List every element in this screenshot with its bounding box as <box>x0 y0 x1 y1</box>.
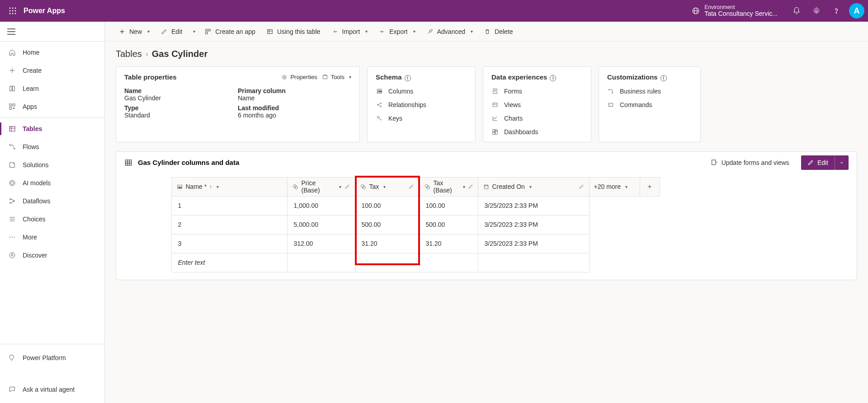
cell-price[interactable]: 312.00 <box>287 234 355 253</box>
cell-name[interactable]: 2 <box>171 215 287 234</box>
properties-link[interactable]: Properties <box>281 74 317 80</box>
info-icon[interactable]: i <box>660 75 667 81</box>
card-title: Data experiences <box>491 73 547 81</box>
cmd-delete[interactable]: Delete <box>479 24 517 39</box>
cust-business-rules[interactable]: Business rules <box>607 88 692 95</box>
svg-point-70 <box>609 89 609 90</box>
schema-columns[interactable]: AbcColumns <box>376 88 467 95</box>
data-dashboards[interactable]: Dashboards <box>491 128 583 136</box>
cell-name[interactable]: 1 <box>171 196 287 215</box>
sidebar-item-solutions[interactable]: Solutions <box>0 156 104 174</box>
svg-point-3 <box>9 10 11 12</box>
col-header-name[interactable]: AbcName *↑▾ <box>171 177 287 196</box>
data-charts[interactable]: Charts <box>491 115 583 122</box>
cell-price[interactable]: 5,000.00 <box>287 215 355 234</box>
col-header-more[interactable]: +20 more▾ <box>589 177 640 196</box>
cust-commands[interactable]: Commands <box>607 101 692 108</box>
cell-created[interactable]: 3/25/2023 2:33 PM <box>478 234 589 253</box>
sidebar-item-ask-agent[interactable]: Ask a virtual agent <box>0 380 104 398</box>
col-header-tax[interactable]: Tax▾ <box>355 177 419 196</box>
breadcrumb-parent[interactable]: Tables <box>116 49 142 59</box>
sidebar-item-flows[interactable]: Flows <box>0 138 104 156</box>
cmd-using-table[interactable]: Using this table <box>262 24 325 39</box>
sidebar-item-tables[interactable]: Tables <box>0 120 104 138</box>
cell-created[interactable]: 3/25/2023 2:33 PM <box>478 215 589 234</box>
cell-taxbase[interactable]: 500.00 <box>419 215 478 234</box>
cell-tax[interactable]: 500.00 <box>355 215 419 234</box>
prop-primary-label: Primary column <box>238 87 351 94</box>
new-row[interactable]: Enter text <box>122 253 660 272</box>
add-column-button[interactable] <box>640 177 660 196</box>
sidebar-item-choices[interactable]: Choices <box>0 210 104 228</box>
nav-toggle[interactable] <box>0 22 104 42</box>
cmd-edit-dropdown[interactable]: ▾ <box>189 24 198 39</box>
cell-name[interactable]: 3 <box>171 234 287 253</box>
data-grid: AbcName *↑▾ Price (Base)▾ Tax▾ Tax (Base… <box>122 177 660 272</box>
update-forms-views-link[interactable]: Update forms and views <box>711 159 789 166</box>
chat-icon <box>8 385 16 394</box>
cmd-create-app[interactable]: Create an app <box>200 24 260 39</box>
flows-icon <box>8 143 16 151</box>
sidebar-label: More <box>23 234 37 241</box>
sidebar-item-ai-models[interactable]: AI models <box>0 174 104 192</box>
notifications-icon[interactable] <box>787 1 807 21</box>
data-views[interactable]: Views <box>491 101 583 108</box>
svg-point-1 <box>12 8 14 9</box>
info-icon[interactable]: i <box>405 75 411 81</box>
sidebar-item-create[interactable]: Create <box>0 61 104 80</box>
currency-icon <box>424 183 431 190</box>
table-row[interactable]: 3 312.00 31.20 31.20 3/25/2023 2:33 PM <box>122 234 660 253</box>
environment-name: Tata Consultancy Servic... <box>704 10 778 17</box>
cell-taxbase[interactable]: 100.00 <box>419 196 478 215</box>
chevron-down-icon: ▾ <box>339 184 341 189</box>
plus-icon <box>8 66 16 75</box>
sort-asc-icon: ↑ <box>209 184 212 189</box>
prop-name-value: Gas Cylinder <box>124 94 238 102</box>
cmd-new[interactable]: New▾ <box>114 24 154 39</box>
schema-keys[interactable]: Keys <box>376 115 467 122</box>
col-header-taxbase[interactable]: Tax (Base)▾ <box>419 177 478 196</box>
cell-tax[interactable]: 100.00 <box>355 196 419 215</box>
svg-point-27 <box>9 145 11 146</box>
data-forms[interactable]: Forms <box>491 88 583 95</box>
cell-tax[interactable]: 31.20 <box>355 234 419 253</box>
app-launcher-icon[interactable] <box>4 2 22 20</box>
import-icon <box>331 28 339 35</box>
cell-price[interactable]: 1,000.00 <box>287 196 355 215</box>
prop-primary-value: Name <box>238 94 351 102</box>
cmd-edit[interactable]: Edit <box>156 24 187 39</box>
cmd-advanced[interactable]: Advanced▾ <box>422 24 477 39</box>
sidebar-item-more[interactable]: More <box>0 228 104 246</box>
sidebar-item-learn[interactable]: Learn <box>0 80 104 98</box>
tables-icon <box>8 125 16 133</box>
grid-title: Gas Cylinder columns and data <box>138 159 239 166</box>
sidebar-item-apps[interactable]: Apps <box>0 98 104 116</box>
card-table-properties: Table properties Properties Tools▾ NameG… <box>116 66 360 142</box>
currency-icon <box>360 183 367 190</box>
tools-link[interactable]: Tools▾ <box>322 74 351 80</box>
settings-icon[interactable] <box>807 1 826 21</box>
cmd-import[interactable]: Import▾ <box>327 24 373 39</box>
edit-split-button[interactable]: Edit <box>801 155 849 170</box>
new-row-placeholder[interactable]: Enter text <box>171 253 287 272</box>
help-icon[interactable] <box>826 1 846 21</box>
cmd-export[interactable]: Export▾ <box>374 24 420 39</box>
table-row[interactable]: 2 5,000.00 500.00 500.00 3/25/2023 2:33 … <box>122 215 660 234</box>
sidebar-item-discover[interactable]: Discover <box>0 246 104 264</box>
col-header-created[interactable]: Created On▾ <box>478 177 589 196</box>
table-row[interactable]: 1 1,000.00 100.00 100.00 3/25/2023 2:33 … <box>122 196 660 215</box>
sidebar-item-dataflows[interactable]: Dataflows <box>0 192 104 210</box>
chevron-down-icon: ▾ <box>625 184 627 189</box>
svg-rect-24 <box>9 127 15 131</box>
user-avatar[interactable]: A <box>849 3 864 19</box>
cell-created[interactable]: 3/25/2023 2:33 PM <box>478 196 589 215</box>
info-icon[interactable]: i <box>550 75 556 81</box>
chevron-down-icon[interactable] <box>835 155 849 170</box>
sidebar-item-power-platform[interactable]: Power Platform <box>0 349 104 367</box>
col-header-price[interactable]: Price (Base)▾ <box>287 177 355 196</box>
schema-relationships[interactable]: Relationships <box>376 101 467 108</box>
key-icon <box>376 115 383 122</box>
environment-picker[interactable]: Environment Tata Consultancy Servic... <box>692 5 778 18</box>
sidebar-item-home[interactable]: Home <box>0 43 104 61</box>
cell-taxbase[interactable]: 31.20 <box>419 234 478 253</box>
